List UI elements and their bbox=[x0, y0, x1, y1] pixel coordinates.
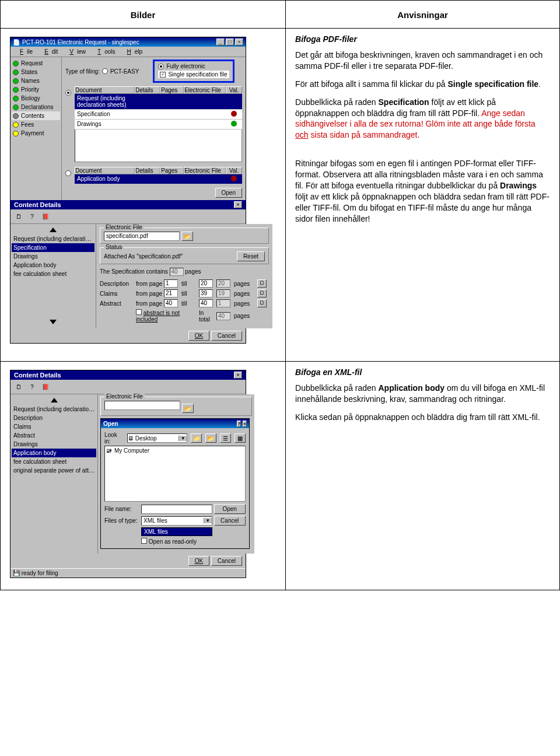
cancel-button[interactable]: Cancel bbox=[211, 331, 242, 341]
ok-button[interactable]: OK bbox=[188, 556, 209, 566]
page-icon[interactable]: 🗋 bbox=[257, 299, 267, 307]
filename-input[interactable] bbox=[141, 505, 212, 514]
desc-from-input[interactable]: 1 bbox=[164, 279, 178, 288]
menu-help[interactable]: Help bbox=[120, 48, 146, 55]
scroll-up-icon[interactable] bbox=[51, 398, 58, 402]
list-view-icon[interactable]: ☰ bbox=[220, 433, 231, 443]
book-icon[interactable]: 📕 bbox=[40, 382, 51, 392]
open-button[interactable]: Open bbox=[215, 188, 242, 198]
highlight-box: Fully electronic Single specification fi… bbox=[153, 60, 234, 83]
close-icon[interactable]: × bbox=[235, 38, 243, 46]
sidebar-item-biology[interactable]: Biology bbox=[12, 94, 60, 103]
radio-pct-easy[interactable] bbox=[102, 68, 108, 74]
radio-table1[interactable] bbox=[65, 90, 71, 96]
toolbar: 🗒 ? 📕 bbox=[10, 209, 246, 224]
list-item[interactable]: Drawings bbox=[12, 252, 94, 261]
book-icon[interactable]: 📕 bbox=[40, 211, 51, 222]
list-item[interactable]: Request (including declaration s… bbox=[12, 235, 94, 243]
browse-icon[interactable]: 📂 bbox=[182, 404, 194, 413]
claims-till-input[interactable]: 39 bbox=[199, 289, 213, 298]
total-pages-value: 40 bbox=[170, 268, 184, 276]
header-left: Bilder bbox=[6, 4, 279, 24]
tool-icon[interactable]: 🗒 bbox=[13, 211, 24, 222]
close-icon[interactable]: × bbox=[234, 372, 242, 379]
minimize-icon[interactable]: _ bbox=[216, 38, 225, 46]
new-folder-icon[interactable]: 📂 bbox=[205, 433, 216, 443]
list-item[interactable]: Specification bbox=[12, 243, 94, 252]
list-item[interactable]: Drawings bbox=[12, 440, 96, 449]
abs-till-input[interactable]: 40 bbox=[199, 299, 213, 307]
menu-edit[interactable]: Edit bbox=[37, 48, 61, 55]
maximize-icon[interactable]: □ bbox=[226, 38, 234, 46]
up-folder-icon[interactable]: 📁 bbox=[191, 433, 202, 443]
lookin-combo[interactable]: 🖥 Desktop ▼ bbox=[127, 433, 187, 443]
checkbox-single-spec[interactable] bbox=[160, 72, 166, 78]
chevron-down-icon[interactable]: ▼ bbox=[178, 436, 187, 441]
file-list[interactable]: 🖳My Computer bbox=[104, 446, 246, 502]
list-item[interactable]: original separate power of attorne… bbox=[12, 466, 96, 475]
paragraph: Dubbelklicka på raden Application body o… bbox=[295, 383, 550, 405]
menubar: File Edit View Tools Help bbox=[10, 47, 246, 57]
list-item[interactable]: Claims bbox=[12, 422, 96, 431]
help-icon[interactable]: ? bbox=[237, 421, 241, 427]
radio-pct-easy-label: PCT-EASY bbox=[110, 68, 139, 75]
filetype-combo[interactable]: XML files ▼ bbox=[141, 516, 212, 526]
toolbar: 🗒 ? 📕 bbox=[10, 380, 246, 394]
sidebar-item-names[interactable]: Names bbox=[12, 76, 60, 85]
desc-till-input[interactable]: 20 bbox=[199, 279, 213, 288]
list-item[interactable]: Abstract bbox=[12, 431, 96, 440]
readonly-checkbox[interactable] bbox=[141, 538, 147, 544]
scroll-down-icon[interactable] bbox=[50, 320, 57, 324]
browse-icon[interactable]: 📂 bbox=[181, 232, 193, 241]
electronic-file-input[interactable] bbox=[104, 401, 180, 410]
help-icon[interactable]: ? bbox=[26, 382, 38, 392]
table-row[interactable]: Drawings bbox=[75, 120, 242, 130]
electronic-file-input[interactable]: specification.pdf bbox=[104, 232, 180, 241]
list-item[interactable]: fee calculation sheet bbox=[12, 457, 96, 466]
menu-view[interactable]: View bbox=[62, 48, 89, 55]
cancel-button[interactable]: Cancel bbox=[211, 556, 242, 566]
scroll-up-icon[interactable] bbox=[50, 228, 57, 232]
reset-button[interactable]: Reset bbox=[237, 251, 265, 261]
open-button[interactable]: Open bbox=[214, 504, 246, 514]
ok-button[interactable]: OK bbox=[188, 331, 209, 341]
table-row[interactable]: Specification bbox=[75, 110, 242, 120]
list-item[interactable]: Application body bbox=[12, 449, 96, 457]
sidebar-item-declarations[interactable]: Declarations bbox=[12, 103, 60, 111]
table-row[interactable]: Application body bbox=[75, 174, 242, 184]
sidebar-item-request[interactable]: Request bbox=[12, 59, 60, 68]
status-bar: 💾 ready for filing bbox=[10, 568, 246, 578]
table-row[interactable]: Request (including declaration sheets) bbox=[75, 94, 242, 110]
filetype-dropdown[interactable]: XML files bbox=[141, 527, 212, 536]
page-icon[interactable]: 🗋 bbox=[257, 279, 267, 288]
paragraph: Det går att bifoga beskrivningen, kraven… bbox=[295, 50, 550, 72]
menu-file[interactable]: File bbox=[13, 48, 36, 55]
sidebar-item-contents[interactable]: Contents bbox=[12, 111, 60, 120]
abs-from-input[interactable]: 40 bbox=[164, 299, 178, 307]
claims-from-input[interactable]: 21 bbox=[164, 289, 178, 298]
close-icon[interactable]: × bbox=[243, 421, 247, 427]
sidebar-item-priority[interactable]: Priority bbox=[12, 85, 60, 94]
list-item[interactable]: Request (including declaration s… bbox=[12, 405, 96, 414]
computer-icon: 🖳 bbox=[106, 447, 112, 454]
status-dot-icon bbox=[13, 113, 19, 119]
list-item[interactable]: fee calculation sheet bbox=[12, 270, 94, 278]
detail-view-icon[interactable]: ▦ bbox=[235, 433, 246, 443]
menu-tools[interactable]: Tools bbox=[90, 48, 118, 55]
sidebar-item-payment[interactable]: Payment bbox=[12, 129, 60, 138]
list-item[interactable]: Application body bbox=[12, 261, 94, 270]
cancel-button[interactable]: Cancel bbox=[214, 516, 246, 526]
chevron-down-icon[interactable]: ▼ bbox=[204, 518, 212, 523]
radio-fully-electronic[interactable] bbox=[158, 64, 164, 69]
paragraph: Ritningar bifogas som en egen fil i anti… bbox=[295, 158, 550, 224]
radio-table2[interactable] bbox=[65, 170, 71, 176]
tool-icon[interactable]: 🗒 bbox=[13, 382, 24, 392]
sidebar-item-fees[interactable]: Fees bbox=[12, 120, 60, 129]
abstract-not-included-checkbox[interactable] bbox=[136, 309, 142, 315]
help-icon[interactable]: ? bbox=[26, 211, 38, 222]
list-item[interactable]: Description bbox=[12, 414, 96, 422]
page-icon[interactable]: 🗋 bbox=[257, 289, 267, 298]
document-table: Bilder Anvisningar 📄 PCT-RO-101 Electron… bbox=[0, 0, 560, 590]
sidebar-item-states[interactable]: States bbox=[12, 68, 60, 76]
close-icon[interactable]: × bbox=[234, 201, 242, 208]
